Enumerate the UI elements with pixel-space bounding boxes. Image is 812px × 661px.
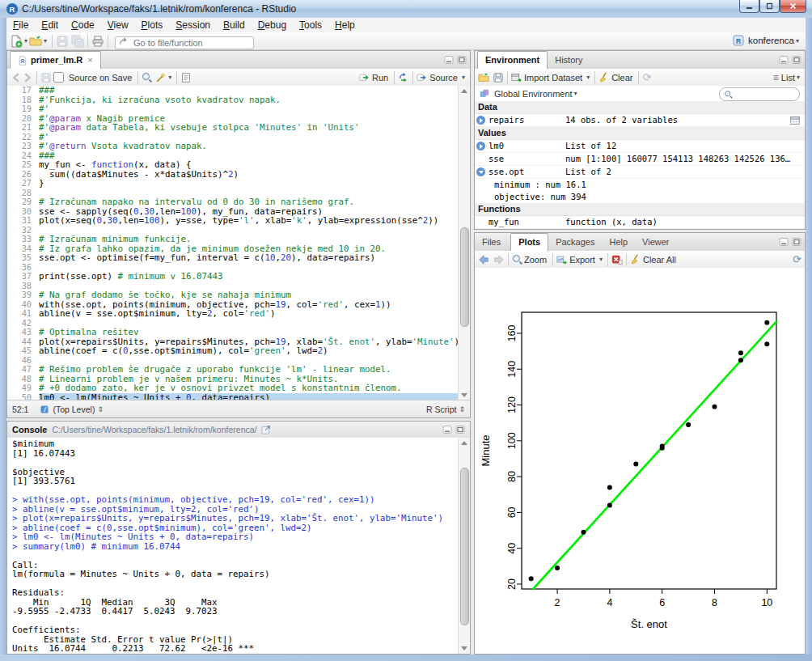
- env-item-lm0[interactable]: lm0List of 12: [475, 140, 805, 153]
- tab-plots[interactable]: Plots: [510, 233, 548, 251]
- title-bar[interactable]: R C:/Users/tine/Workspace/faks/1.letnik/…: [0, 0, 812, 19]
- console-scrollbar[interactable]: [458, 438, 470, 654]
- save-workspace-icon[interactable]: [493, 72, 504, 83]
- minimize-pane-icon[interactable]: [779, 55, 789, 65]
- file-type-selector[interactable]: R Script: [426, 405, 456, 414]
- refresh-plot-icon[interactable]: ⟳: [793, 253, 801, 265]
- scroll-up-icon[interactable]: [459, 86, 470, 96]
- view-table-icon[interactable]: [789, 115, 801, 126]
- scroll-up-icon[interactable]: [459, 438, 470, 448]
- compile-notebook-icon[interactable]: [180, 72, 192, 83]
- list-view-selector[interactable]: List: [781, 73, 795, 83]
- save-source-icon[interactable]: [40, 72, 52, 83]
- expand-right-icon[interactable]: [476, 142, 485, 150]
- expand-down-icon[interactable]: [476, 167, 485, 176]
- menu-plots[interactable]: Plots: [135, 18, 170, 32]
- menu-session[interactable]: Session: [169, 18, 217, 32]
- minimize-pane-icon[interactable]: [779, 237, 789, 247]
- source-button[interactable]: Source: [429, 73, 458, 83]
- clear-all-button[interactable]: Clear All: [643, 255, 676, 265]
- source-on-save-checkbox[interactable]: [53, 72, 64, 83]
- import-dataset-button[interactable]: Import Dataset: [524, 73, 582, 83]
- print-icon[interactable]: [91, 35, 104, 48]
- source-file-icon[interactable]: [417, 72, 428, 83]
- menu-help[interactable]: Help: [328, 18, 362, 32]
- maximize-pane-icon[interactable]: [792, 55, 801, 65]
- zoom-button[interactable]: Zoom: [524, 255, 547, 265]
- new-file-dropdown-icon[interactable]: ▾: [24, 37, 27, 44]
- save-all-icon[interactable]: [71, 35, 84, 48]
- import-dataset-dropdown-icon[interactable]: ▾: [586, 74, 590, 81]
- tab-primer-lm[interactable]: R primer_lm.R ×: [10, 51, 101, 69]
- environment-search-box[interactable]: [719, 87, 800, 101]
- load-workspace-icon[interactable]: [478, 72, 489, 83]
- console-output[interactable]: $minimum[1] 16.07443$objective[1] 393.57…: [7, 438, 459, 654]
- tab-environment[interactable]: Environment: [477, 51, 548, 69]
- popout-icon[interactable]: [260, 424, 272, 435]
- remove-plot-icon[interactable]: [611, 254, 623, 265]
- project-selector[interactable]: R konferenca ▾: [732, 34, 801, 47]
- close-tab-icon[interactable]: ×: [87, 52, 92, 69]
- maximize-pane-icon[interactable]: [455, 425, 465, 434]
- find-replace-icon[interactable]: [142, 72, 152, 83]
- maximize-pane-icon[interactable]: [792, 237, 801, 247]
- clear-button[interactable]: Clear: [611, 73, 632, 83]
- code-line-35[interactable]: 35sse.opt <- optimise(f=my_fun, interval…: [7, 253, 470, 263]
- scroll-down-icon[interactable]: [459, 643, 470, 654]
- env-item-my_fun[interactable]: my_funfunction (x, data): [475, 216, 805, 229]
- new-file-icon[interactable]: [10, 35, 23, 48]
- run-icon[interactable]: [359, 72, 370, 83]
- forward-icon[interactable]: [22, 72, 33, 83]
- menu-debug[interactable]: Debug: [252, 18, 293, 32]
- broom-icon[interactable]: [598, 72, 610, 83]
- code-line-18[interactable]: 18#'Funkcija, ki izračuna vsoto kvadrato…: [7, 95, 470, 105]
- goto-file-input[interactable]: [115, 36, 254, 49]
- source-dropdown-icon[interactable]: ▾: [462, 74, 465, 81]
- env-item-sse.opt[interactable]: sse.optList of 2: [475, 166, 805, 179]
- minimize-pane-icon[interactable]: [444, 55, 454, 65]
- open-file-dropdown-icon[interactable]: ▾: [44, 37, 47, 44]
- editor-scrollbar[interactable]: [458, 86, 470, 400]
- code-line-37[interactable]: 37print(sse.opt) # minimum v 16.07443: [7, 272, 470, 282]
- code-line-27[interactable]: 27}: [7, 179, 470, 189]
- editor-scrollbar-thumb[interactable]: [460, 227, 469, 327]
- next-plot-icon[interactable]: [493, 254, 505, 265]
- refresh-icon[interactable]: ⟳: [642, 71, 651, 83]
- open-file-icon[interactable]: [29, 35, 42, 48]
- expand-right-icon[interactable]: [476, 116, 485, 125]
- previous-plot-icon[interactable]: [478, 254, 489, 265]
- code-editor[interactable]: 17###18#'Funkcija, ki izračuna vsoto kva…: [7, 86, 470, 400]
- list-dropdown-icon[interactable]: ▾: [797, 74, 800, 81]
- code-tools-dropdown-icon[interactable]: ▾: [168, 74, 171, 81]
- code-line-31[interactable]: 31plot(x=seq(0,30,len=100), y=sse, type=…: [7, 216, 470, 226]
- tab-files[interactable]: Files: [475, 234, 508, 251]
- maximize-pane-icon[interactable]: [457, 55, 467, 65]
- menu-edit[interactable]: Edit: [35, 18, 65, 32]
- menu-code[interactable]: Code: [65, 18, 101, 32]
- tab-help[interactable]: Help: [602, 234, 635, 251]
- environment-scope-selector[interactable]: Global Environment: [494, 89, 573, 99]
- code-tools-icon[interactable]: [155, 72, 167, 83]
- broom-icon[interactable]: [630, 254, 641, 265]
- save-icon[interactable]: [56, 35, 69, 48]
- code-line-45[interactable]: 45abline(coef = c(0,sse.opt$minimum), co…: [7, 346, 470, 356]
- menu-view[interactable]: View: [101, 18, 135, 32]
- code-line-21[interactable]: 21#'@param data Tabela, ki vsebuje stolp…: [7, 123, 470, 133]
- export-button[interactable]: Export: [569, 255, 595, 265]
- back-icon[interactable]: [11, 72, 22, 83]
- minimize-pane-icon[interactable]: [442, 425, 452, 434]
- export-icon[interactable]: [556, 254, 568, 265]
- console-scrollbar-thumb[interactable]: [460, 468, 469, 625]
- import-dataset-icon[interactable]: [511, 72, 522, 83]
- code-line-41[interactable]: 41abline(v = sse.opt$minimum, lty=2, col…: [7, 309, 470, 319]
- minimize-button[interactable]: [739, 0, 759, 13]
- zoom-icon[interactable]: [512, 254, 522, 265]
- maximize-button[interactable]: [759, 0, 780, 13]
- env-item-sse[interactable]: ssenum [1:100] 160077 154113 148263 1425…: [475, 153, 805, 166]
- rerun-icon[interactable]: [398, 72, 409, 83]
- code-line-26[interactable]: 26 sum((data$Minutes - x*data$Units)^2): [7, 170, 470, 180]
- run-button[interactable]: Run: [372, 73, 388, 83]
- tab-packages[interactable]: Packages: [548, 234, 602, 251]
- close-button[interactable]: [780, 0, 806, 13]
- tab-viewer[interactable]: Viewer: [635, 234, 676, 251]
